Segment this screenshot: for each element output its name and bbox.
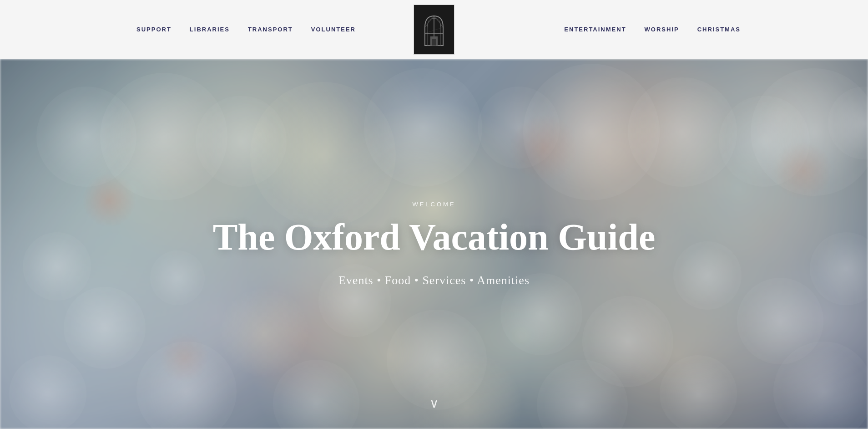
hero-subtitle: Events • Food • Services • Amenities <box>213 274 656 287</box>
svg-rect-4 <box>432 39 436 46</box>
nav-volunteer[interactable]: VOLUNTEER <box>311 26 356 33</box>
hero-section: WELCOME The Oxford Vacation Guide Events… <box>0 59 868 429</box>
nav-support[interactable]: SUPPORT <box>136 26 172 33</box>
nav-entertainment[interactable]: ENTERTAINMENT <box>564 26 626 33</box>
site-logo[interactable] <box>414 5 454 55</box>
nav-christmas[interactable]: CHRISTMAS <box>697 26 741 33</box>
hero-title: The Oxford Vacation Guide <box>213 217 656 258</box>
nav-right: ENTERTAINMENT WORSHIP CHRISTMAS <box>564 26 741 33</box>
nav-worship[interactable]: WORSHIP <box>645 26 679 33</box>
nav-left: SUPPORT LIBRARIES TRANSPORT VOLUNTEER <box>136 26 356 33</box>
scroll-down-indicator[interactable]: ∨ <box>429 396 439 411</box>
nav-transport[interactable]: TRANSPORT <box>248 26 293 33</box>
nav-libraries[interactable]: LIBRARIES <box>190 26 230 33</box>
hero-welcome-label: WELCOME <box>213 201 656 208</box>
hero-content: WELCOME The Oxford Vacation Guide Events… <box>213 201 656 287</box>
chevron-down-icon: ∨ <box>429 396 439 410</box>
site-header: SUPPORT LIBRARIES TRANSPORT VOLUNTEER <box>0 0 868 59</box>
